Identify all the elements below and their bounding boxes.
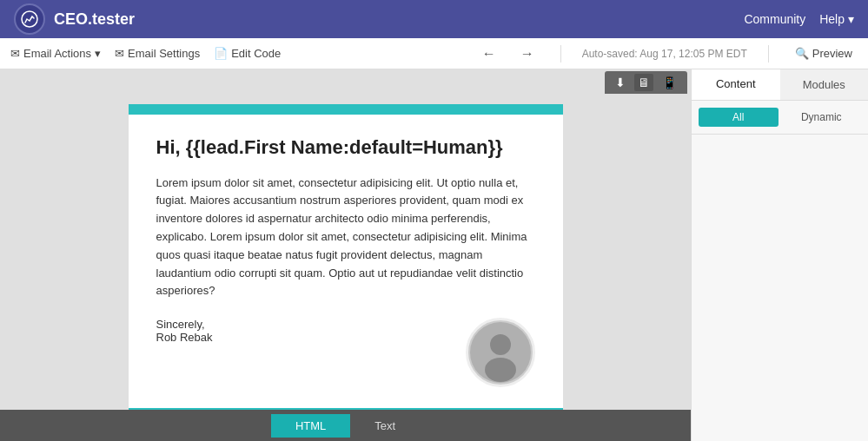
email-header-bar — [129, 104, 563, 115]
email-content: Hi, {{lead.First Name:default=Human}} Lo… — [129, 104, 563, 410]
text-tab[interactable]: Text — [350, 414, 420, 438]
settings-email-icon: ✉ — [115, 47, 124, 60]
help-chevron-icon: ▾ — [848, 12, 854, 26]
email-column: ⬇ 🖥 📱 Hi, {{lead.First Name:default=Huma… — [0, 69, 691, 441]
app-logo — [14, 3, 45, 35]
toolbar: ✉ Email Actions ▾ ✉ Email Settings 📄 Edi… — [0, 38, 868, 69]
email-settings-button[interactable]: ✉ Email Settings — [115, 47, 200, 60]
undo-button[interactable]: ← — [477, 42, 501, 66]
preview-icon: 🔍 — [795, 47, 809, 60]
code-icon: 📄 — [214, 47, 228, 60]
content-tab[interactable]: Content — [692, 69, 780, 100]
mobile-view-button[interactable]: 📱 — [659, 74, 680, 91]
toolbar-divider — [560, 45, 561, 63]
bottom-tab-bar: HTML Text — [0, 410, 691, 441]
svg-point-2 — [490, 334, 511, 355]
toolbar-divider2 — [768, 45, 769, 63]
avatar — [466, 318, 535, 387]
modules-tab[interactable]: Modules — [780, 69, 869, 100]
email-body-text: Lorem ipsum dolor sit amet, consectetur … — [156, 174, 535, 301]
main-wrapper: ⬇ 🖥 📱 Hi, {{lead.First Name:default=Huma… — [0, 69, 868, 441]
edit-code-button[interactable]: 📄 Edit Code — [214, 47, 281, 60]
community-link[interactable]: Community — [744, 12, 805, 26]
help-link[interactable]: Help ▾ — [819, 12, 854, 26]
svg-point-0 — [22, 11, 37, 27]
html-tab[interactable]: HTML — [271, 414, 350, 438]
svg-point-3 — [485, 358, 516, 382]
email-signature: Sincerely, Rob Rebak — [156, 318, 213, 344]
autosave-label: Auto-saved: Aug 17, 12:05 PM EDT — [582, 48, 747, 60]
panel-content — [692, 135, 868, 441]
redo-button[interactable]: → — [515, 42, 540, 66]
panel-subtabs: All Dynamic — [692, 101, 868, 135]
email-body: Hi, {{lead.First Name:default=Human}} Lo… — [129, 115, 563, 408]
dynamic-subtab[interactable]: Dynamic — [782, 108, 862, 127]
app-title: CEO.tester — [54, 10, 135, 29]
all-subtab[interactable]: All — [699, 108, 779, 127]
email-signature-area: Sincerely, Rob Rebak — [156, 318, 535, 387]
device-bar: ⬇ 🖥 📱 — [0, 69, 691, 95]
header-left: CEO.tester — [14, 3, 135, 35]
header-right: Community Help ▾ — [744, 12, 854, 26]
download-icon-button[interactable]: ⬇ — [612, 74, 629, 91]
preview-button[interactable]: 🔍 Preview — [790, 45, 858, 62]
right-panel: Content Modules All Dynamic — [691, 69, 868, 441]
email-greeting: Hi, {{lead.First Name:default=Human}} — [156, 135, 535, 161]
email-actions-chevron-icon: ▾ — [95, 47, 101, 60]
email-scroll-area[interactable]: Hi, {{lead.First Name:default=Human}} Lo… — [0, 95, 691, 410]
desktop-view-button[interactable]: 🖥 — [634, 74, 653, 91]
right-panel-tabs: Content Modules — [692, 69, 868, 101]
app-header: CEO.tester Community Help ▾ — [0, 0, 868, 38]
email-actions-button[interactable]: ✉ Email Actions ▾ — [10, 47, 101, 60]
email-icon: ✉ — [10, 47, 20, 60]
